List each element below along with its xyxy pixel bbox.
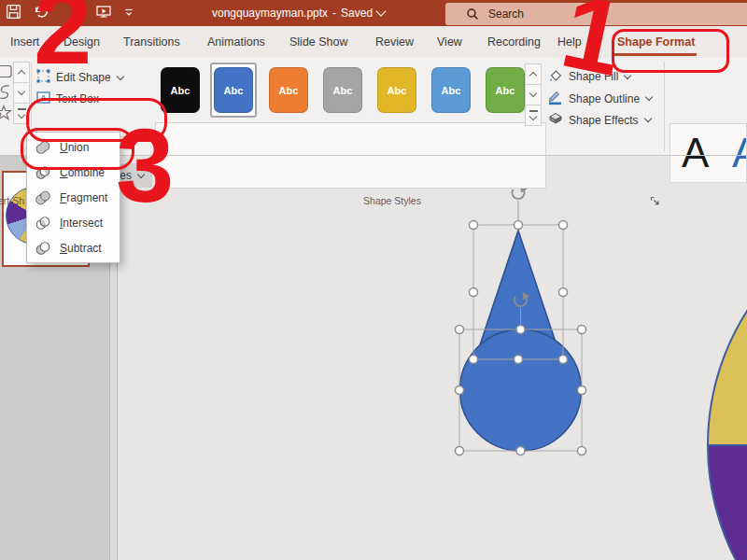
shape-effects-label: Shape Effects	[569, 114, 639, 127]
slide-canvas[interactable]	[118, 156, 747, 560]
style-swatch-lightblue[interactable]: Abc	[431, 67, 471, 113]
gallery-more-button[interactable]	[13, 103, 30, 124]
shape-effects-icon	[547, 110, 564, 130]
shape-roundrect-icon	[0, 63, 12, 80]
text-box-label: Text Box	[56, 92, 99, 105]
tab-transitions[interactable]: Transitions	[123, 26, 180, 58]
shape-fill-icon	[548, 67, 564, 86]
shape-outline-icon	[547, 89, 564, 108]
shape-outline-label: Shape Outline	[569, 92, 640, 105]
text-box-icon: A	[35, 90, 51, 108]
chevron-down-icon	[645, 93, 653, 101]
text-box-button[interactable]: A Text Box	[35, 90, 99, 108]
edit-shape-label: Edit Shape	[56, 71, 111, 84]
menu-item-label: Union	[60, 141, 89, 154]
combine-icon	[35, 164, 51, 181]
chevron-down-icon	[375, 6, 386, 16]
wheel-shape[interactable]	[708, 196, 747, 560]
shape-gallery-scroll	[13, 63, 30, 124]
wordart-style-blue[interactable]: A	[732, 127, 747, 179]
gallery-scroll-down-button[interactable]	[13, 82, 30, 104]
group-separator	[664, 62, 665, 151]
search-input[interactable]: Search	[445, 3, 747, 25]
shape-styles-group-label: Shape Styles	[336, 195, 448, 206]
tab-help[interactable]: Help	[557, 26, 582, 58]
gallery-scroll-up-button[interactable]	[13, 62, 30, 83]
tab-view[interactable]: View	[437, 26, 462, 58]
svg-text:A: A	[40, 92, 47, 103]
menu-item-label: Intersect	[60, 217, 103, 230]
subtract-icon	[35, 240, 51, 257]
style-swatch-green[interactable]: Abc	[486, 67, 525, 113]
quick-access-toolbar	[6, 4, 134, 20]
menu-item-label: Fragment	[60, 191, 107, 204]
styles-more-button[interactable]	[525, 105, 542, 126]
shape-styles-dialog-launcher-icon[interactable]	[650, 193, 660, 210]
style-swatch-orange[interactable]: Abc	[269, 67, 308, 113]
title-bar: vongquaymayman.pptx - Saved Search	[0, 0, 747, 26]
tab-design[interactable]: Design	[63, 26, 100, 58]
chevron-down-icon	[137, 170, 145, 177]
save-status: Saved	[341, 7, 373, 20]
menu-item-label: Subtract	[60, 242, 102, 255]
tab-review[interactable]: Review	[375, 26, 414, 58]
chevron-down-icon	[624, 71, 631, 78]
search-placeholder: Search	[488, 7, 524, 21]
intersect-icon	[35, 215, 51, 231]
menu-item-intersect[interactable]: Intersect	[27, 210, 120, 235]
qat-customize-icon[interactable]	[123, 7, 134, 18]
edit-shape-icon	[35, 68, 51, 87]
present-slideshow-icon[interactable]	[95, 4, 112, 20]
menu-item-union[interactable]: Union	[27, 134, 120, 160]
slide-canvas-svg	[118, 156, 747, 560]
shape-fill-label: Shape Fill	[569, 70, 618, 83]
undo-icon[interactable]	[33, 4, 49, 20]
styles-scroll	[525, 64, 542, 126]
document-title[interactable]: vongquaymayman.pptx - Saved	[212, 0, 385, 26]
wordart-gallery: A A	[669, 123, 747, 183]
tab-slide-show[interactable]: Slide Show	[289, 26, 348, 58]
tab-recording[interactable]: Recording	[487, 26, 541, 58]
shape-fill-button[interactable]: Shape Fill	[548, 67, 630, 86]
shape-star-icon	[0, 105, 12, 121]
document-filename: vongquaymayman.pptx	[212, 7, 328, 20]
insert-shapes-group-label: ert Sh	[0, 195, 24, 206]
union-icon	[35, 139, 51, 156]
fragment-icon	[35, 189, 51, 206]
shape-outline-button[interactable]: Shape Outline	[547, 89, 652, 108]
menu-item-label: Combine	[60, 166, 105, 179]
tab-insert[interactable]: Insert	[10, 26, 39, 58]
shape-curve-icon	[0, 84, 12, 101]
wordart-style-black[interactable]: A	[682, 127, 709, 179]
search-icon	[466, 7, 479, 21]
shape-gallery-cropped[interactable]	[0, 63, 12, 131]
tab-animations[interactable]: Animations	[207, 26, 265, 58]
style-swatch-yellow[interactable]: Abc	[377, 67, 416, 113]
save-icon[interactable]	[6, 4, 21, 20]
chevron-down-icon	[116, 72, 123, 79]
merge-shapes-menu: Union Combine Fragment Intersect Subtrac…	[26, 132, 120, 263]
chevron-down-icon	[643, 115, 651, 122]
edit-shape-button[interactable]: Edit Shape	[35, 68, 123, 87]
style-swatch-black[interactable]: Abc	[161, 67, 200, 113]
menu-item-subtract[interactable]: Subtract	[27, 235, 120, 260]
title-separator: -	[332, 7, 336, 20]
menu-item-combine[interactable]: Combine	[27, 160, 120, 185]
style-swatch-blue-selected[interactable]: Abc	[214, 67, 253, 113]
active-tab-underline	[613, 53, 697, 56]
shape-effects-button[interactable]: Shape Effects	[547, 110, 651, 130]
menu-item-fragment[interactable]: Fragment	[27, 185, 120, 210]
styles-scroll-up-button[interactable]	[525, 63, 542, 85]
styles-scroll-down-button[interactable]	[525, 84, 542, 105]
style-swatch-gray[interactable]: Abc	[323, 67, 362, 113]
